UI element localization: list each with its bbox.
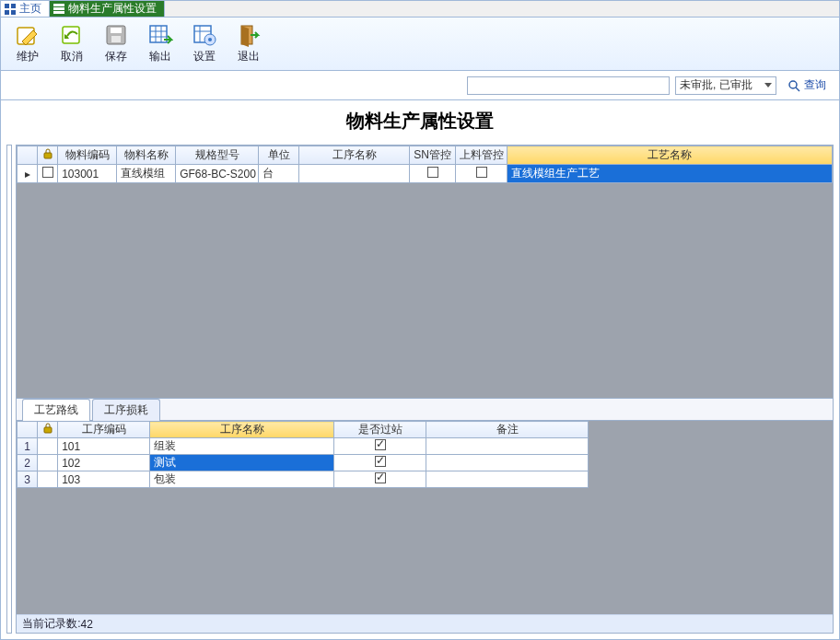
cell-pass[interactable] bbox=[334, 471, 426, 488]
cell-procname[interactable]: 包装 bbox=[150, 471, 334, 488]
maintain-label: 维护 bbox=[17, 49, 39, 64]
svg-point-23 bbox=[789, 81, 797, 88]
page-title: 物料生产属性设置 bbox=[1, 100, 839, 141]
col-procname[interactable]: 工序名称 bbox=[299, 146, 410, 165]
table-row[interactable]: 2 102 测试 bbox=[18, 455, 589, 471]
row-indicator[interactable]: ▸ bbox=[18, 165, 38, 183]
status-combo[interactable]: 未审批, 已审批 bbox=[675, 76, 776, 95]
cell-rownum[interactable]: 3 bbox=[18, 471, 38, 488]
query-button[interactable]: 查询 bbox=[782, 76, 832, 95]
save-label: 保存 bbox=[105, 49, 127, 64]
tree-node[interactable]: +3 原材料 bbox=[9, 200, 12, 217]
search-icon bbox=[788, 79, 800, 92]
edit-icon bbox=[15, 23, 41, 47]
cell-procname[interactable]: 测试 bbox=[150, 455, 334, 471]
col-feedctrl[interactable]: 上料管控 bbox=[456, 146, 508, 165]
status-combo-value: 未审批, 已审批 bbox=[680, 77, 752, 93]
cell-proccode[interactable]: 101 bbox=[58, 438, 150, 455]
col-spec[interactable]: 规格型号 bbox=[176, 146, 259, 165]
cell-spec[interactable]: GF68-BC-S200 bbox=[176, 165, 259, 183]
search-input[interactable] bbox=[467, 76, 670, 95]
col-rowhead[interactable] bbox=[18, 146, 38, 165]
cell-matname[interactable]: 直线模组 bbox=[117, 165, 176, 183]
status-count: 42 bbox=[81, 618, 93, 631]
cell-matcode[interactable]: 103001 bbox=[58, 165, 117, 183]
col-unit[interactable]: 单位 bbox=[259, 146, 299, 165]
cell-procname[interactable]: 组装 bbox=[150, 438, 334, 455]
cell-proccode[interactable]: 102 bbox=[58, 455, 150, 471]
lock-icon bbox=[43, 148, 52, 159]
tab-loss[interactable]: 工序损耗 bbox=[92, 399, 160, 421]
table-row[interactable]: 1 101 组装 bbox=[18, 438, 589, 455]
filter-row: 未审批, 已审批 查询 bbox=[1, 71, 839, 100]
cell-remark[interactable] bbox=[426, 455, 589, 471]
tab-current[interactable]: 物料生产属性设置 bbox=[50, 1, 165, 17]
cell-techname[interactable]: 直线模组生产工艺 bbox=[508, 165, 833, 183]
svg-rect-2 bbox=[5, 10, 9, 15]
cell-unit[interactable]: 台 bbox=[259, 165, 299, 183]
main-grid[interactable]: 物料编码 物料名称 规格型号 单位 工序名称 SN管控 上料管控 工艺名称 bbox=[16, 145, 834, 399]
category-tree[interactable]: 全部 +1 成品类 +2 半成品 +3 原材料 bbox=[6, 145, 12, 634]
cancel-button[interactable]: 取消 bbox=[51, 21, 93, 67]
tree-root[interactable]: 全部 bbox=[9, 147, 12, 165]
tab-current-label: 物料生产属性设置 bbox=[68, 1, 157, 17]
col-matname[interactable]: 物料名称 bbox=[117, 146, 176, 165]
status-label: 当前记录数: bbox=[22, 616, 80, 632]
col-rownum[interactable] bbox=[18, 422, 38, 438]
col-techname[interactable]: 工艺名称 bbox=[508, 146, 833, 165]
cancel-label: 取消 bbox=[61, 49, 83, 64]
col-procname[interactable]: 工序名称 bbox=[150, 422, 334, 438]
table-row[interactable]: 3 103 包装 bbox=[18, 471, 589, 488]
cell-rownum[interactable]: 1 bbox=[18, 438, 38, 455]
maintain-button[interactable]: 维护 bbox=[6, 21, 49, 67]
cell-proccode[interactable]: 103 bbox=[58, 471, 150, 488]
settings-label: 设置 bbox=[193, 49, 216, 64]
svg-point-21 bbox=[208, 38, 212, 41]
save-icon bbox=[103, 23, 129, 47]
cell-snctrl[interactable] bbox=[410, 165, 456, 183]
tree-node[interactable]: +1 成品类 bbox=[9, 165, 12, 182]
svg-rect-5 bbox=[53, 7, 64, 10]
svg-rect-10 bbox=[111, 28, 122, 33]
settings-button[interactable]: 设置 bbox=[183, 21, 226, 67]
query-label: 查询 bbox=[804, 77, 826, 93]
svg-rect-4 bbox=[53, 4, 64, 6]
tab-route[interactable]: 工艺路线 bbox=[22, 399, 90, 421]
table-row[interactable]: ▸ 103001 直线模组 GF68-BC-S200 台 直线模组生产工艺 bbox=[18, 165, 833, 183]
cell-feedctrl[interactable] bbox=[456, 165, 508, 183]
exit-label: 退出 bbox=[238, 49, 260, 64]
lock-icon bbox=[43, 423, 52, 434]
cell-remark[interactable] bbox=[426, 471, 589, 488]
svg-rect-3 bbox=[11, 10, 16, 15]
col-snctrl[interactable]: SN管控 bbox=[410, 146, 456, 165]
save-button[interactable]: 保存 bbox=[95, 21, 137, 67]
exit-icon bbox=[236, 23, 262, 47]
col-remark[interactable]: 备注 bbox=[426, 422, 589, 438]
export-button[interactable]: 输出 bbox=[139, 21, 181, 67]
exit-button[interactable]: 退出 bbox=[228, 21, 270, 67]
route-grid[interactable]: 工序编码 工序名称 是否过站 备注 1 101 组装 bbox=[17, 421, 833, 614]
tab-bar: 主页 物料生产属性设置 bbox=[1, 1, 839, 17]
svg-rect-6 bbox=[53, 11, 64, 14]
grid-tab-icon bbox=[53, 4, 64, 15]
tab-home[interactable]: 主页 bbox=[1, 1, 50, 17]
settings-icon bbox=[192, 23, 217, 47]
undo-icon bbox=[59, 23, 85, 47]
cell-rownum[interactable]: 2 bbox=[18, 455, 38, 471]
col-pass[interactable]: 是否过站 bbox=[334, 422, 426, 438]
col-proccode[interactable]: 工序编码 bbox=[58, 422, 150, 438]
detail-tab-bar: 工艺路线 工序损耗 bbox=[17, 399, 833, 421]
cell-pass[interactable] bbox=[334, 438, 426, 455]
tab-home-label: 主页 bbox=[19, 1, 41, 17]
cell-pass[interactable] bbox=[334, 455, 426, 471]
row-checkbox[interactable] bbox=[38, 165, 58, 183]
svg-rect-25 bbox=[44, 153, 52, 158]
svg-rect-11 bbox=[111, 36, 121, 42]
cell-remark[interactable] bbox=[426, 438, 589, 455]
svg-rect-1 bbox=[11, 4, 16, 8]
col-lock[interactable] bbox=[38, 422, 58, 438]
cell-procname[interactable] bbox=[299, 165, 410, 183]
col-lock[interactable] bbox=[38, 146, 58, 165]
tree-node[interactable]: +2 半成品 bbox=[9, 182, 12, 200]
col-matcode[interactable]: 物料编码 bbox=[58, 146, 117, 165]
